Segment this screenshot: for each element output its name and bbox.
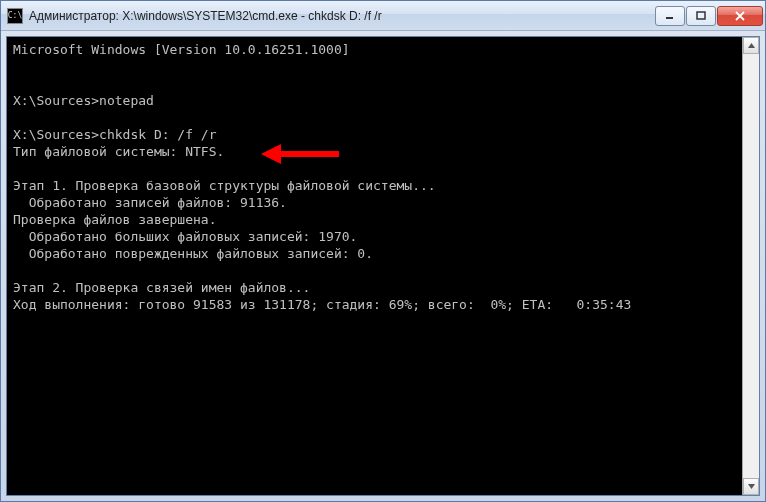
console-line: Обработано поврежденных файловых записей… [13, 245, 736, 262]
console-line [13, 58, 736, 75]
console-line: Ход выполнения: готово 91583 из 131178; … [13, 296, 736, 313]
console-line: Microsoft Windows [Version 10.0.16251.10… [13, 41, 736, 58]
console-line [13, 109, 736, 126]
vertical-scrollbar[interactable] [742, 37, 759, 495]
close-button[interactable] [717, 6, 763, 26]
maximize-button[interactable] [686, 6, 716, 26]
console-line: Обработано записей файлов: 91136. [13, 194, 736, 211]
console-line [13, 262, 736, 279]
console-line: Обработано больших файловых записей: 197… [13, 228, 736, 245]
titlebar[interactable]: C:\ Администратор: X:\windows\SYSTEM32\c… [1, 1, 765, 31]
cmd-icon: C:\ [7, 8, 23, 24]
minimize-button[interactable] [655, 6, 685, 26]
window-buttons [655, 6, 763, 26]
cmd-window: C:\ Администратор: X:\windows\SYSTEM32\c… [0, 0, 766, 502]
client-area: Microsoft Windows [Version 10.0.16251.10… [6, 36, 760, 496]
console-line: Проверка файлов завершена. [13, 211, 736, 228]
console-line: X:\Sources>chkdsk D: /f /r [13, 126, 736, 143]
window-title: Администратор: X:\windows\SYSTEM32\cmd.e… [29, 9, 655, 23]
scroll-track[interactable] [743, 54, 759, 478]
console-line [13, 160, 736, 177]
console-output[interactable]: Microsoft Windows [Version 10.0.16251.10… [7, 37, 742, 495]
scroll-down-button[interactable] [743, 478, 759, 495]
scroll-up-button[interactable] [743, 37, 759, 54]
console-line [13, 75, 736, 92]
console-line: Этап 1. Проверка базовой структуры файло… [13, 177, 736, 194]
console-line: Этап 2. Проверка связей имен файлов... [13, 279, 736, 296]
console-line: Тип файловой системы: NTFS. [13, 143, 736, 160]
svg-rect-1 [697, 12, 705, 19]
console-line: X:\Sources>notepad [13, 92, 736, 109]
